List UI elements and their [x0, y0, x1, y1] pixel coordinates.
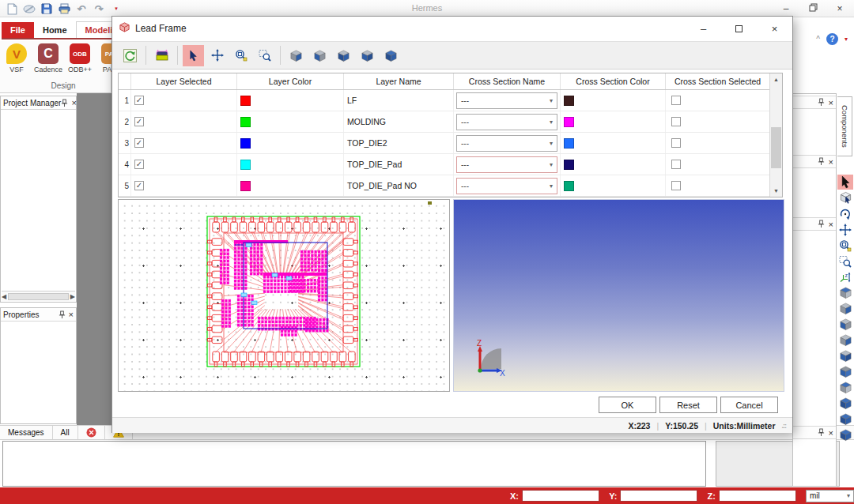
x-input[interactable] [522, 490, 599, 502]
ok-button[interactable]: OK [599, 397, 656, 413]
cross-section-dropdown[interactable]: ---▾ [456, 178, 557, 194]
cube-right-blue-icon[interactable] [285, 45, 307, 66]
cross-section-checkbox[interactable] [671, 181, 681, 190]
close-icon[interactable]: × [829, 220, 833, 228]
vertical-scrollbar[interactable]: ▲ ▼ [769, 73, 782, 197]
cross-section-checkbox[interactable] [671, 117, 681, 126]
cube-right-blue-icon[interactable] [837, 301, 853, 316]
zoom-icon[interactable] [837, 238, 853, 253]
cube-frontright-blue-icon[interactable] [333, 45, 354, 66]
close-icon[interactable]: × [829, 429, 833, 437]
error-icon[interactable] [78, 426, 105, 439]
restore-icon[interactable] [807, 3, 819, 14]
cube-pointer-icon[interactable] [837, 190, 853, 205]
pan-icon[interactable] [837, 222, 853, 237]
pointer-icon[interactable] [837, 175, 853, 190]
leadframe-icon[interactable] [151, 45, 172, 66]
z-fit-icon[interactable]: z [837, 269, 853, 284]
cross-section-dropdown[interactable]: ---▾ [456, 114, 557, 130]
cube-solid-icon[interactable] [837, 396, 853, 411]
tab-file[interactable]: File [2, 22, 34, 38]
scroll-thumb[interactable] [8, 293, 69, 300]
refresh-icon[interactable] [119, 45, 141, 66]
pointer-icon[interactable] [183, 45, 204, 66]
cross-section-color-swatch[interactable] [564, 160, 574, 170]
cross-section-color-swatch[interactable] [564, 181, 574, 191]
messages-output-area[interactable] [2, 441, 706, 487]
ribbon-item-cadence[interactable]: CCadence [35, 43, 62, 73]
close-icon[interactable]: × [69, 310, 74, 318]
maximize-icon[interactable] [721, 17, 757, 40]
layer-color-swatch[interactable] [240, 117, 251, 127]
cross-section-checkbox[interactable] [671, 96, 681, 105]
zoom-area-icon[interactable] [254, 45, 275, 66]
cross-section-checkbox[interactable] [671, 160, 681, 169]
scroll-up-icon[interactable]: ▲ [770, 73, 782, 85]
messages-tab-messages[interactable]: Messages [0, 426, 53, 439]
y-input[interactable] [620, 490, 697, 502]
scroll-right-icon[interactable]: ▶ [70, 293, 75, 300]
minimize-icon[interactable]: – [780, 3, 792, 14]
messages-tab-all[interactable]: All [53, 426, 78, 439]
cube-top-blue-icon[interactable] [837, 380, 853, 395]
scroll-down-icon[interactable]: ▼ [770, 185, 782, 197]
cube-left-blue-icon[interactable] [309, 45, 331, 66]
cube-bottom-blue-icon[interactable] [837, 364, 853, 379]
components-tab[interactable]: Components [837, 96, 852, 156]
cube-left-blue-icon[interactable] [837, 317, 853, 332]
horizontal-scrollbar[interactable]: ◀▶ [2, 291, 75, 301]
pan-icon[interactable] [206, 45, 228, 66]
leadframe-2d-view[interactable] [118, 199, 450, 392]
cross-section-color-swatch[interactable] [564, 138, 574, 149]
reset-button[interactable]: Reset [659, 397, 717, 413]
tab-home[interactable]: Home [34, 22, 76, 38]
layer-selected-checkbox[interactable]: ✓ [134, 181, 144, 190]
close-icon[interactable]: × [833, 3, 846, 14]
layer-color-swatch[interactable] [240, 181, 251, 191]
cross-section-color-swatch[interactable] [564, 96, 574, 106]
cube-topgray-blue-icon[interactable] [837, 348, 853, 363]
layer-color-swatch[interactable] [240, 96, 251, 106]
help-icon[interactable]: ? [826, 33, 838, 45]
pin-icon[interactable] [61, 99, 68, 107]
pin-icon[interactable] [818, 220, 825, 228]
rotate-icon[interactable] [837, 206, 853, 221]
scroll-thumb[interactable] [771, 127, 781, 168]
cube-topgray-blue-icon[interactable] [357, 45, 378, 66]
cube-solid-icon[interactable] [837, 412, 853, 427]
ribbon-item-odb[interactable]: ODBODB++ [66, 43, 93, 73]
resize-grip[interactable]: .:: [782, 422, 787, 430]
leadframe-3d-view[interactable]: Z X [453, 199, 784, 392]
close-icon[interactable]: × [829, 99, 833, 107]
layer-color-swatch[interactable] [240, 160, 251, 170]
cross-section-dropdown[interactable]: ---▾ [456, 92, 557, 109]
cross-section-dropdown[interactable]: ---▾ [456, 156, 557, 173]
ribbon-item-vsf[interactable]: VVSF [3, 43, 30, 73]
close-icon[interactable]: × [757, 17, 792, 40]
z-input[interactable] [719, 490, 796, 502]
zoom-area-icon[interactable] [837, 254, 853, 269]
layer-color-swatch[interactable] [240, 138, 251, 149]
layer-selected-checkbox[interactable]: ✓ [134, 96, 144, 105]
cube-top-blue-icon[interactable] [837, 285, 853, 300]
cube-solid-icon[interactable] [380, 45, 402, 66]
scroll-left-icon[interactable]: ◀ [2, 293, 6, 300]
minimize-icon[interactable]: – [686, 17, 721, 40]
cube-solid-icon[interactable] [837, 427, 853, 442]
cancel-button[interactable]: Cancel [720, 397, 778, 413]
pin-icon[interactable] [818, 428, 825, 437]
close-icon[interactable]: × [829, 158, 833, 166]
collapse-ribbon-icon[interactable]: ^ [816, 35, 820, 43]
close-icon[interactable]: × [71, 99, 76, 107]
unit-dropdown[interactable]: mil ▾ [806, 490, 854, 502]
layer-selected-checkbox[interactable]: ✓ [134, 160, 144, 169]
layer-selected-checkbox[interactable]: ✓ [134, 138, 144, 148]
zoom-icon[interactable] [230, 45, 251, 66]
pin-icon[interactable] [818, 157, 825, 166]
cross-section-dropdown[interactable]: ---▾ [456, 135, 557, 152]
layer-selected-checkbox[interactable]: ✓ [134, 117, 144, 126]
help-caret-icon[interactable]: ▾ [845, 36, 848, 43]
pin-icon[interactable] [818, 98, 825, 107]
pin-icon[interactable] [59, 310, 66, 319]
cross-section-color-swatch[interactable] [564, 117, 574, 127]
